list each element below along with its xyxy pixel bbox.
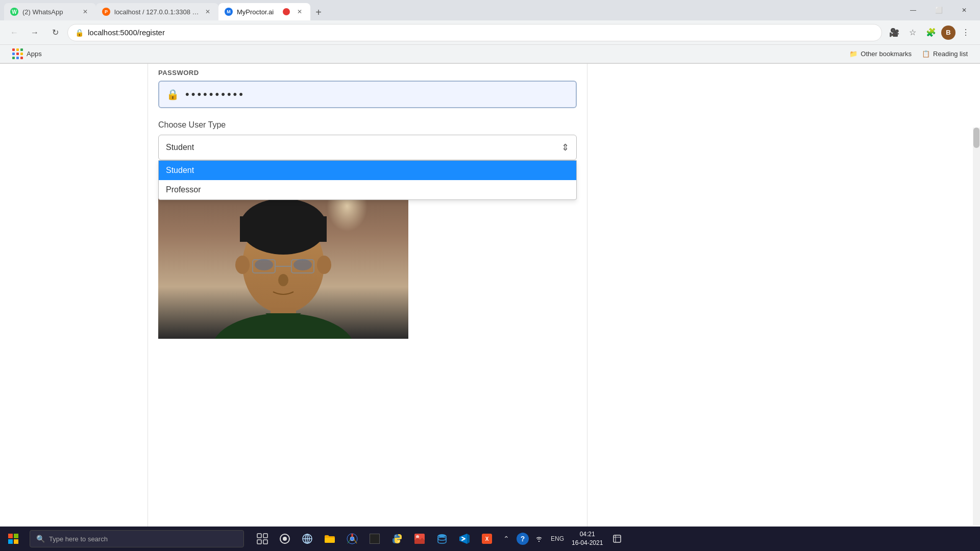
left-sidebar — [0, 64, 148, 531]
taskbar-chrome[interactable] — [341, 527, 363, 551]
pma-favicon: P — [102, 8, 110, 16]
taskbar-black-app[interactable] — [363, 527, 386, 551]
apps-button[interactable]: Apps — [8, 46, 46, 62]
tab-whatsapp-close[interactable]: ✕ — [81, 7, 90, 16]
lock-input-icon: 🔒 — [166, 88, 179, 101]
close-button[interactable]: ✕ — [952, 3, 976, 18]
back-button[interactable]: ← — [6, 24, 22, 41]
bookmark-star-icon[interactable]: ☆ — [904, 24, 921, 41]
reading-list-button[interactable]: 📋 Reading list — [918, 48, 972, 60]
window-controls: — ⬜ ✕ — [901, 3, 976, 18]
search-icon: 🔍 — [36, 535, 45, 543]
svg-rect-20 — [263, 534, 267, 538]
right-sidebar — [587, 64, 735, 531]
svg-rect-22 — [263, 540, 267, 544]
system-tray: ⌃ ? ENG 04:21 16-04-2021 — [498, 530, 629, 547]
forward-button[interactable]: → — [27, 24, 43, 41]
extensions-icon[interactable]: 🧩 — [923, 24, 939, 41]
other-bookmarks-label: Other bookmarks — [861, 50, 912, 58]
tab-localhost[interactable]: P localhost / 127.0.0.1:3308 / quiza... … — [96, 3, 218, 20]
video-icon[interactable]: 🎥 — [886, 24, 902, 41]
windows-logo-icon — [8, 534, 18, 544]
user-type-select-wrapper: Student ⇕ Student Professor — [158, 135, 577, 160]
image-editor-icon — [414, 533, 425, 544]
globe-icon — [302, 533, 313, 544]
address-bar[interactable]: 🔒 localhost:5000/register — [67, 24, 882, 41]
svg-point-11 — [293, 259, 312, 270]
folder-icon: 📁 — [849, 50, 857, 58]
profile-avatar[interactable]: B — [941, 26, 955, 40]
new-tab-button[interactable]: + — [310, 4, 327, 20]
tab-localhost-title: localhost / 127.0.0.1:3308 / quiza... — [114, 8, 199, 16]
taskbar: 🔍 Type here to search — [0, 527, 980, 551]
svg-point-6 — [317, 256, 331, 274]
cortana-icon — [279, 533, 290, 544]
apps-grid-icon — [12, 48, 23, 60]
recording-indicator — [283, 8, 290, 15]
svg-rect-15 — [8, 534, 13, 538]
scrollbar-track[interactable] — [973, 128, 980, 525]
taskbar-vscode[interactable] — [453, 527, 476, 551]
selected-value: Student — [166, 143, 194, 152]
clock-time: 04:21 — [580, 530, 595, 539]
other-bookmarks-button[interactable]: 📁 Other bookmarks — [845, 48, 916, 60]
taskbar-file-explorer[interactable] — [318, 527, 341, 551]
svg-rect-4 — [240, 216, 327, 242]
svg-point-24 — [283, 537, 287, 541]
network-icon[interactable] — [531, 531, 547, 547]
svg-rect-16 — [14, 534, 18, 538]
bookmarks-bar: Apps 📁 Other bookmarks 📋 Reading list — [0, 45, 980, 63]
notification-button[interactable] — [609, 531, 625, 547]
nav-right-icons: 🎥 ☆ 🧩 B ⋮ — [886, 24, 974, 41]
dropdown-item-student[interactable]: Student — [159, 161, 576, 180]
password-label: PASSWORD — [158, 69, 577, 77]
taskbar-python[interactable] — [386, 527, 408, 551]
dropdown-menu: Student Professor — [158, 160, 577, 200]
menu-icon[interactable]: ⋮ — [958, 24, 974, 41]
taskbar-cortana[interactable] — [274, 527, 296, 551]
user-type-label: Choose User Type — [158, 120, 577, 130]
scrollbar-thumb[interactable] — [973, 128, 979, 148]
maximize-button[interactable]: ⬜ — [927, 3, 950, 18]
notification-icon — [613, 535, 621, 543]
title-bar: W (2) WhatsApp ✕ P localhost / 127.0.0.1… — [0, 0, 980, 20]
show-hidden-icons-button[interactable]: ⌃ — [498, 531, 514, 547]
svg-point-37 — [438, 534, 446, 537]
taskbar-search[interactable]: 🔍 Type here to search — [30, 530, 244, 547]
start-button[interactable] — [0, 527, 27, 551]
taskbar-task-view[interactable] — [251, 527, 274, 551]
taskbar-globe[interactable] — [296, 527, 318, 551]
reading-list-label: Reading list — [933, 50, 968, 58]
svg-rect-19 — [257, 534, 261, 538]
apps-label: Apps — [27, 50, 42, 58]
dropdown-item-professor[interactable]: Professor — [159, 180, 576, 199]
user-type-select[interactable]: Student ⇕ — [158, 135, 577, 160]
select-arrow-icon: ⇕ — [561, 142, 569, 153]
help-icon-tray[interactable]: ? — [517, 533, 529, 545]
svg-point-34 — [398, 541, 399, 542]
black-square-icon — [370, 534, 380, 544]
password-input[interactable]: •••••••••• — [185, 88, 245, 101]
whatsapp-favicon: W — [10, 8, 18, 16]
clock[interactable]: 04:21 16-04-2021 — [568, 530, 607, 547]
tab-myproctor-close[interactable]: ✕ — [295, 7, 304, 16]
taskbar-image-editor[interactable] — [408, 527, 431, 551]
svg-point-33 — [396, 536, 397, 537]
svg-rect-18 — [14, 539, 18, 544]
password-input-wrapper: 🔒 •••••••••• — [158, 81, 577, 108]
svg-point-12 — [278, 274, 288, 286]
svg-point-5 — [235, 256, 250, 274]
tab-localhost-close[interactable]: ✕ — [203, 7, 212, 16]
minimize-button[interactable]: — — [901, 3, 925, 18]
tab-myproctor[interactable]: M MyProctor.ai ✕ — [218, 3, 310, 20]
folder-icon — [324, 534, 335, 543]
language-indicator[interactable]: ENG — [549, 531, 566, 547]
svg-rect-17 — [8, 539, 13, 544]
taskbar-database[interactable] — [431, 527, 453, 551]
tab-whatsapp[interactable]: W (2) WhatsApp ✕ — [4, 3, 96, 20]
reload-button[interactable]: ↻ — [47, 24, 63, 41]
page-inner: PASSWORD 🔒 •••••••••• Choose User Type S… — [148, 64, 587, 531]
language-text: ENG — [551, 535, 564, 542]
chrome-icon — [347, 533, 358, 544]
taskbar-xampp[interactable]: X — [476, 527, 498, 551]
